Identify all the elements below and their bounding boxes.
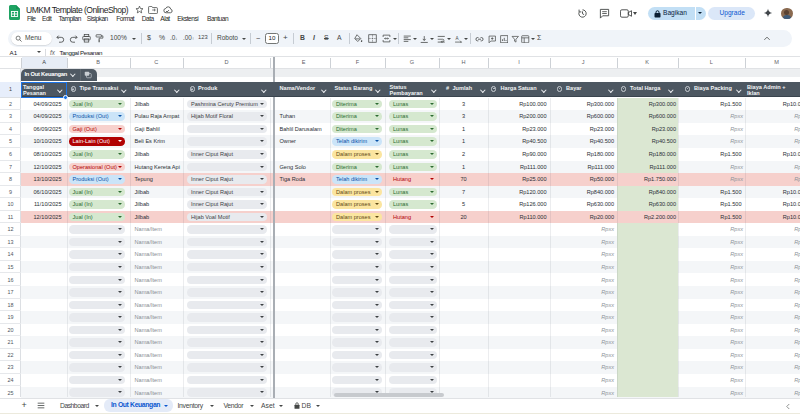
svg-text:A: A [455,35,459,40]
